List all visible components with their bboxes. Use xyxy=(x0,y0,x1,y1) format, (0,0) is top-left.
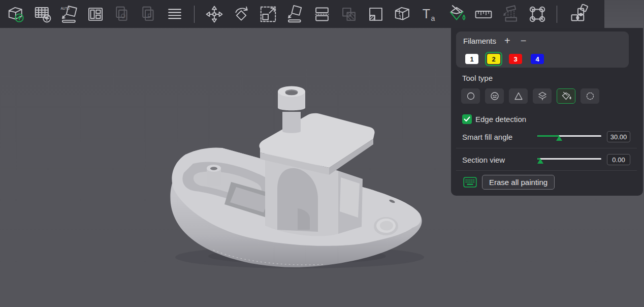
merge-button[interactable] xyxy=(335,3,362,26)
lay-on-face-icon xyxy=(288,5,301,21)
text-tool-letter-t: T xyxy=(422,7,430,21)
add-object-button[interactable] xyxy=(3,3,29,26)
layout-icon xyxy=(89,8,102,20)
triangle-brush-icon xyxy=(515,93,522,100)
cabin xyxy=(259,113,374,236)
fill-bucket-icon xyxy=(562,93,569,96)
object-list-button[interactable] xyxy=(162,3,188,26)
add-plate-button[interactable] xyxy=(29,3,56,26)
variable-layer-height-icon xyxy=(370,8,382,20)
split-button[interactable] xyxy=(308,3,335,26)
add-filament-button[interactable]: + xyxy=(504,36,510,45)
filaments-section: Filaments + − 1 2 3 4 xyxy=(456,32,629,68)
filament-swatches: 1 2 3 4 xyxy=(463,52,546,66)
filament-swatch-1[interactable]: 1 xyxy=(465,54,478,64)
auto-orient-button[interactable]: AUTO xyxy=(56,3,82,26)
erase-all-painting-button[interactable]: Erase all painting xyxy=(482,175,555,190)
erase-all-painting-label: Erase all painting xyxy=(489,178,548,187)
panel-divider xyxy=(456,148,637,148)
tool-sphere-button[interactable] xyxy=(485,88,504,104)
lay-on-face-button[interactable] xyxy=(281,3,308,26)
smart-fill-angle-slider[interactable] xyxy=(537,133,601,141)
tool-gap-fill-button[interactable] xyxy=(581,88,599,104)
remove-filament-button[interactable]: − xyxy=(521,36,527,45)
filament-swatch-3[interactable]: 3 xyxy=(509,54,522,64)
copy-letter: O xyxy=(121,12,125,19)
paste-button[interactable]: P xyxy=(135,3,162,26)
fill-bucket-green-part xyxy=(562,95,571,100)
tool-fill-button[interactable] xyxy=(557,88,575,104)
move-icon xyxy=(206,6,222,22)
tool-triangle-button[interactable] xyxy=(509,88,528,104)
section-view-input[interactable] xyxy=(607,154,630,165)
rotate-icon xyxy=(236,7,247,20)
paint-tool-button[interactable] xyxy=(443,3,470,26)
tool-circle-button[interactable] xyxy=(461,88,480,104)
panel-divider xyxy=(456,170,637,171)
gap-fill-icon xyxy=(587,93,593,100)
support-paint-button[interactable] xyxy=(497,3,524,26)
slider-track[interactable] xyxy=(537,158,601,160)
smart-fill-angle-input[interactable] xyxy=(607,131,630,142)
rotate-button[interactable] xyxy=(228,3,254,26)
slider-thumb[interactable] xyxy=(556,136,562,141)
filaments-label: Filaments xyxy=(463,37,496,45)
section-view-label: Section view xyxy=(462,156,537,164)
assembly-button[interactable] xyxy=(564,3,591,26)
scale-button[interactable] xyxy=(254,3,281,26)
variable-layer-height-button[interactable] xyxy=(362,3,389,26)
smart-fill-angle-label: Smart fill angle xyxy=(462,133,537,141)
edge-detection-label: Edge detection xyxy=(475,115,526,124)
tool-type-label: Tool type xyxy=(462,74,493,82)
slider-thumb[interactable] xyxy=(537,159,543,164)
keyboard-shortcuts-icon[interactable] xyxy=(463,177,477,188)
split-icon xyxy=(315,8,328,20)
paint-bucket-icon xyxy=(450,6,463,14)
paste-letter: P xyxy=(147,12,151,19)
cut-button[interactable] xyxy=(389,3,416,26)
height-range-icon xyxy=(539,93,546,100)
measure-ruler-icon xyxy=(475,11,491,18)
top-toolbar: AUTO O xyxy=(0,0,604,28)
split-layout-button[interactable] xyxy=(82,3,109,26)
filament-swatch-4[interactable]: 4 xyxy=(531,54,544,64)
text-tool-button[interactable]: T a xyxy=(416,3,443,26)
toolbar-separator xyxy=(557,6,557,23)
circle-brush-icon xyxy=(467,93,474,100)
seam-button[interactable] xyxy=(524,3,551,26)
merge-icon xyxy=(343,8,355,20)
text-tool-letter-a: a xyxy=(431,14,435,22)
cut-icon xyxy=(395,7,408,19)
toolbar-separator xyxy=(194,6,195,23)
support-paint-icon xyxy=(503,6,516,21)
check-icon xyxy=(464,116,470,122)
section-view-slider[interactable] xyxy=(537,156,601,164)
move-button[interactable] xyxy=(201,3,228,26)
measure-button[interactable] xyxy=(470,3,497,26)
plate-grid-plus-icon xyxy=(36,7,48,17)
scale-icon xyxy=(261,7,275,21)
sphere-brush-icon xyxy=(491,93,498,100)
paint-panel: Filaments + − 1 2 3 4 Tool type xyxy=(451,28,643,196)
stern-pipe xyxy=(207,165,221,186)
edge-detection-checkbox[interactable] xyxy=(462,114,472,124)
tool-height-range-button[interactable] xyxy=(533,88,552,104)
filament-swatch-2-selected[interactable]: 2 xyxy=(487,54,500,64)
copy-button[interactable]: O xyxy=(109,3,135,26)
tool-type-buttons xyxy=(461,88,599,104)
object-list-icon xyxy=(169,9,181,18)
assembly-puzzle-icon xyxy=(571,4,588,20)
seam-icon xyxy=(530,7,544,21)
